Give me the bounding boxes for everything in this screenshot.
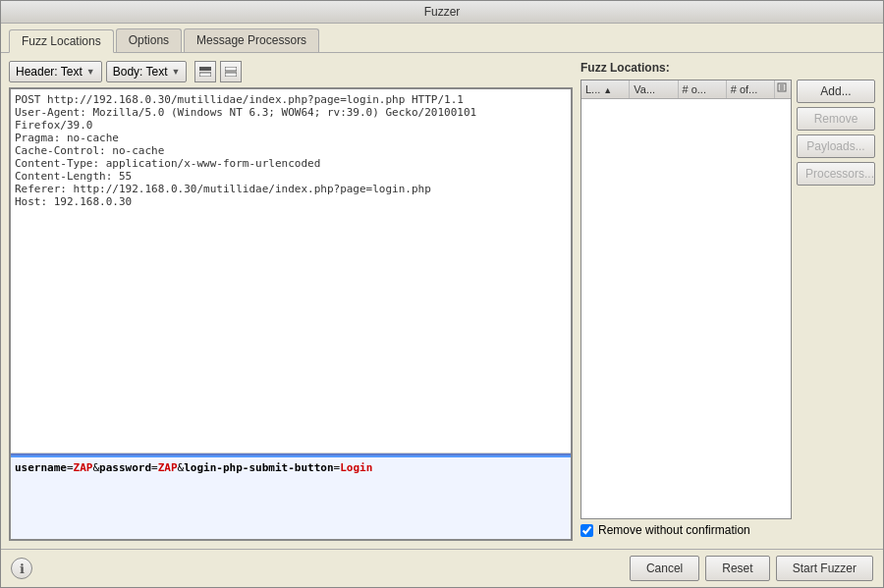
view-icon-2: [225, 67, 237, 77]
col-options[interactable]: [775, 80, 791, 98]
col-of2: # of...: [727, 80, 775, 98]
tab-fuzz-locations[interactable]: Fuzz Locations: [9, 29, 114, 53]
remove-confirmation-label: Remove without confirmation: [598, 523, 750, 537]
col-of1: # o...: [679, 80, 727, 98]
fuzzer-window: Fuzzer Fuzz Locations Options Message Pr…: [0, 0, 884, 588]
header-dropdown-arrow: ▼: [86, 67, 95, 77]
view-icon-btn-2[interactable]: [220, 61, 242, 82]
body-key-1: username: [15, 461, 67, 474]
body-val-3: Login: [340, 461, 372, 474]
tabs-bar: Fuzz Locations Options Message Processor…: [1, 24, 883, 53]
title-bar: Fuzzer: [1, 1, 883, 24]
view-icon-btn-1[interactable]: [194, 61, 216, 82]
payloads-button[interactable]: Payloads...: [797, 134, 875, 158]
processors-button[interactable]: Processors...: [797, 162, 875, 186]
remove-confirmation-checkbox[interactable]: [580, 524, 593, 537]
table-options-icon: [777, 82, 787, 92]
bottom-left: ℹ: [11, 558, 32, 579]
main-content: Header: Text ▼ Body: Text ▼: [1, 53, 883, 549]
start-fuzzer-button[interactable]: Start Fuzzer: [776, 556, 873, 581]
action-buttons: Add... Remove Payloads... Processors...: [797, 80, 875, 541]
fuzz-locations-label: Fuzz Locations:: [580, 61, 875, 75]
sort-icon: ▲: [603, 85, 612, 95]
svg-rect-2: [225, 67, 237, 71]
checkbox-row: Remove without confirmation: [580, 519, 792, 541]
col-location: L... ▲: [581, 80, 630, 98]
body-eq-2: =: [151, 461, 158, 474]
body-dropdown[interactable]: Body: Text ▼: [106, 61, 188, 82]
body-val-1: ZAP: [74, 461, 93, 474]
fuzz-table-body: [581, 99, 791, 518]
left-panel: Header: Text ▼ Body: Text ▼: [9, 61, 573, 541]
remove-button[interactable]: Remove: [797, 107, 875, 131]
fuzz-table-header: L... ▲ Va... # o... # of...: [581, 80, 791, 99]
col-value: Va...: [630, 80, 678, 98]
body-key-2: password: [99, 461, 151, 474]
header-dropdown[interactable]: Header: Text ▼: [9, 61, 102, 82]
cancel-button[interactable]: Cancel: [630, 556, 699, 581]
svg-rect-3: [225, 73, 237, 77]
window-title: Fuzzer: [424, 5, 461, 19]
svg-rect-0: [199, 67, 211, 71]
right-panel: Fuzz Locations: L... ▲ Va...: [580, 61, 875, 541]
tab-message-processors[interactable]: Message Processors: [184, 28, 319, 52]
body-text-area[interactable]: username=ZAP&password=ZAP&login-php-subm…: [11, 455, 571, 539]
body-key-3: login-php-submit-button: [184, 461, 333, 474]
info-icon-button[interactable]: ℹ: [11, 558, 32, 579]
header-text-area[interactable]: POST http://192.168.0.30/mutillidae/inde…: [11, 89, 571, 454]
bottom-right: Cancel Reset Start Fuzzer: [630, 556, 873, 581]
view-icon-1: [199, 67, 211, 77]
toolbar: Header: Text ▼ Body: Text ▼: [9, 61, 573, 82]
bottom-bar: ℹ Cancel Reset Start Fuzzer: [1, 549, 883, 587]
body-val-2: ZAP: [158, 461, 178, 474]
tab-options[interactable]: Options: [116, 28, 182, 52]
svg-rect-1: [199, 73, 211, 77]
message-area: POST http://192.168.0.30/mutillidae/inde…: [9, 87, 573, 541]
body-eq-1: =: [67, 461, 74, 474]
body-dropdown-arrow: ▼: [172, 67, 181, 77]
reset-button[interactable]: Reset: [705, 556, 769, 581]
fuzz-table: L... ▲ Va... # o... # of...: [580, 80, 792, 519]
add-button[interactable]: Add...: [797, 80, 875, 103]
